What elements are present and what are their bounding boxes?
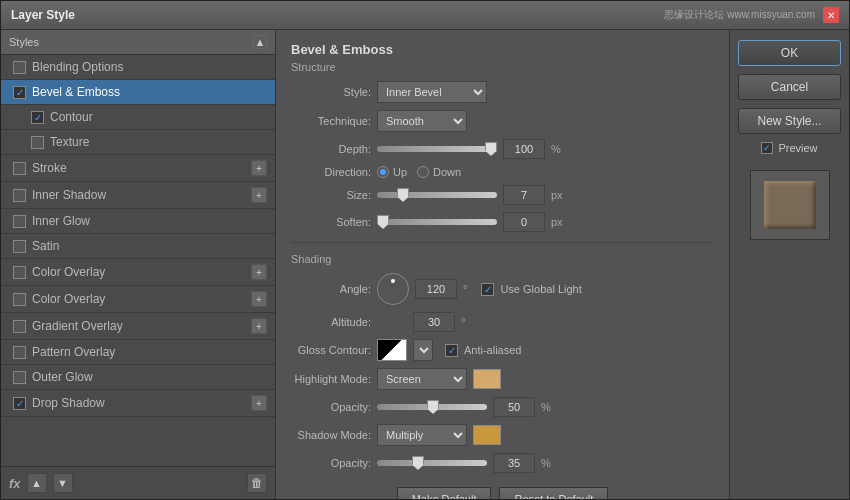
bevel-emboss-title: Bevel & Emboss <box>291 42 714 57</box>
layer-item-outer-glow[interactable]: Outer Glow <box>1 365 275 390</box>
use-global-light-checkbox[interactable] <box>481 283 494 296</box>
outer-glow-label: Outer Glow <box>32 370 93 384</box>
shadow-mode-row: Shadow Mode: Multiply Screen Normal <box>291 424 714 446</box>
altitude-unit: ° <box>461 316 465 328</box>
color-overlay-2-plus-button[interactable]: + <box>251 291 267 307</box>
direction-up-label: Up <box>393 166 407 178</box>
texture-label: Texture <box>50 135 89 149</box>
gradient-overlay-plus-button[interactable]: + <box>251 318 267 334</box>
reset-to-default-button[interactable]: Reset to Default <box>499 487 608 499</box>
layer-item-bevel[interactable]: Bevel & Emboss <box>1 80 275 105</box>
altitude-input[interactable] <box>413 312 455 332</box>
highlight-opacity-slider[interactable] <box>377 404 487 410</box>
close-button[interactable]: ✕ <box>823 7 839 23</box>
new-style-button[interactable]: New Style... <box>738 108 841 134</box>
soften-input[interactable] <box>503 212 545 232</box>
soften-unit: px <box>551 216 563 228</box>
direction-down-option[interactable]: Down <box>417 166 461 178</box>
outer-glow-checkbox[interactable] <box>13 371 26 384</box>
direction-up-radio[interactable] <box>377 166 389 178</box>
move-down-button[interactable]: ▼ <box>53 473 73 493</box>
angle-dial[interactable] <box>377 273 409 305</box>
preview-inner-shape <box>764 181 816 229</box>
layer-item-contour[interactable]: Contour <box>1 105 275 130</box>
blending-checkbox[interactable] <box>13 61 26 74</box>
shadow-opacity-slider[interactable] <box>377 460 487 466</box>
action-buttons: Make Default Reset to Default <box>291 487 714 499</box>
technique-select[interactable]: Smooth Chisel Hard Chisel Soft <box>377 110 467 132</box>
layer-item-color-overlay-1[interactable]: Color Overlay + <box>1 259 275 286</box>
angle-unit: ° <box>463 283 467 295</box>
gloss-contour-preview[interactable] <box>377 339 407 361</box>
inner-shadow-plus-button[interactable]: + <box>251 187 267 203</box>
layer-item-pattern-overlay[interactable]: Pattern Overlay <box>1 340 275 365</box>
middle-panel: Bevel & Emboss Structure Style: Inner Be… <box>276 30 729 499</box>
color-overlay-1-checkbox[interactable] <box>13 266 26 279</box>
anti-aliased-checkbox[interactable] <box>445 344 458 357</box>
stroke-plus-button[interactable]: + <box>251 160 267 176</box>
style-label: Style: <box>291 86 371 98</box>
drop-shadow-plus-button[interactable]: + <box>251 395 267 411</box>
shadow-opacity-input[interactable] <box>493 453 535 473</box>
pattern-overlay-label: Pattern Overlay <box>32 345 115 359</box>
soften-slider[interactable] <box>377 219 497 225</box>
style-select[interactable]: Inner Bevel Outer Bevel Emboss <box>377 81 487 103</box>
layer-item-blending[interactable]: Blending Options <box>1 55 275 80</box>
soften-row: Soften: px <box>291 212 714 232</box>
shadow-opacity-label: Opacity: <box>291 457 371 469</box>
highlight-color-swatch[interactable] <box>473 369 501 389</box>
depth-slider[interactable] <box>377 146 497 152</box>
gradient-overlay-checkbox[interactable] <box>13 320 26 333</box>
gloss-contour-select[interactable] <box>413 339 433 361</box>
satin-label: Satin <box>32 239 59 253</box>
direction-up-option[interactable]: Up <box>377 166 407 178</box>
preview-label-row: ✓ Preview <box>738 142 841 154</box>
size-slider[interactable] <box>377 192 497 198</box>
inner-shadow-checkbox[interactable] <box>13 189 26 202</box>
highlight-opacity-input[interactable] <box>493 397 535 417</box>
styles-header: Styles ▲ <box>1 30 275 55</box>
satin-checkbox[interactable] <box>13 240 26 253</box>
bevel-checkbox[interactable] <box>13 86 26 99</box>
size-label: Size: <box>291 189 371 201</box>
drop-shadow-label: Drop Shadow <box>32 396 105 410</box>
contour-label: Contour <box>50 110 93 124</box>
preview-checkbox[interactable]: ✓ <box>761 142 773 154</box>
drop-shadow-checkbox[interactable] <box>13 397 26 410</box>
cancel-button[interactable]: Cancel <box>738 74 841 100</box>
layer-item-inner-shadow[interactable]: Inner Shadow + <box>1 182 275 209</box>
layer-item-stroke[interactable]: Stroke + <box>1 155 275 182</box>
pattern-overlay-checkbox[interactable] <box>13 346 26 359</box>
layer-item-drop-shadow[interactable]: Drop Shadow + <box>1 390 275 417</box>
layer-item-satin[interactable]: Satin <box>1 234 275 259</box>
delete-button[interactable]: 🗑 <box>247 473 267 493</box>
contour-checkbox[interactable] <box>31 111 44 124</box>
color-overlay-2-label: Color Overlay <box>32 292 105 306</box>
texture-checkbox[interactable] <box>31 136 44 149</box>
size-input[interactable] <box>503 185 545 205</box>
depth-input[interactable] <box>503 139 545 159</box>
make-default-button[interactable]: Make Default <box>397 487 492 499</box>
color-overlay-2-checkbox[interactable] <box>13 293 26 306</box>
title-bar: Layer Style 思缘设计论坛 www.missyuan.com ✕ <box>1 1 849 30</box>
layer-item-texture[interactable]: Texture <box>1 130 275 155</box>
blending-label: Blending Options <box>32 60 123 74</box>
move-up-button[interactable]: ▲ <box>27 473 47 493</box>
stroke-checkbox[interactable] <box>13 162 26 175</box>
layer-item-color-overlay-2[interactable]: Color Overlay + <box>1 286 275 313</box>
direction-down-radio[interactable] <box>417 166 429 178</box>
size-unit: px <box>551 189 563 201</box>
gloss-contour-label: Gloss Contour: <box>291 344 371 356</box>
angle-input[interactable] <box>415 279 457 299</box>
inner-glow-checkbox[interactable] <box>13 215 26 228</box>
layer-item-inner-glow[interactable]: Inner Glow <box>1 209 275 234</box>
gloss-contour-row: Gloss Contour: Anti-aliased <box>291 339 714 361</box>
highlight-mode-select[interactable]: Screen Normal Multiply <box>377 368 467 390</box>
shadow-mode-select[interactable]: Multiply Screen Normal <box>377 424 467 446</box>
color-overlay-1-plus-button[interactable]: + <box>251 264 267 280</box>
scroll-up-icon[interactable]: ▲ <box>253 35 267 49</box>
layer-item-gradient-overlay[interactable]: Gradient Overlay + <box>1 313 275 340</box>
shadow-color-swatch[interactable] <box>473 425 501 445</box>
color-overlay-1-label: Color Overlay <box>32 265 105 279</box>
ok-button[interactable]: OK <box>738 40 841 66</box>
